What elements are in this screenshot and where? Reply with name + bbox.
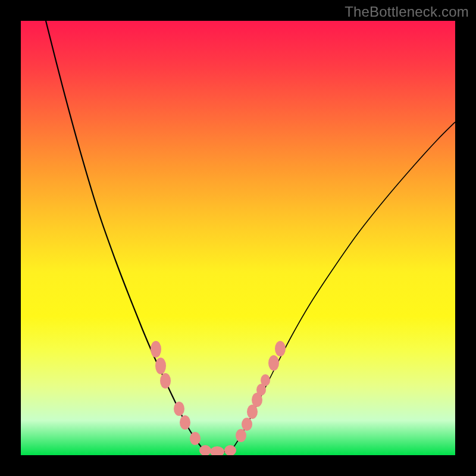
- bottom-markers: [199, 445, 236, 455]
- plot-overlay: [21, 21, 455, 455]
- data-marker: [160, 373, 171, 389]
- data-marker: [180, 415, 190, 430]
- data-marker: [242, 418, 252, 431]
- data-marker: [261, 374, 270, 386]
- left-curve: [46, 21, 206, 452]
- chart-stage: TheBottleneck.com: [0, 0, 476, 476]
- data-marker: [268, 355, 279, 371]
- watermark-label: TheBottleneck.com: [345, 4, 469, 20]
- right-markers: [236, 341, 286, 442]
- right-curve: [230, 122, 455, 452]
- plot-area: [21, 21, 455, 455]
- data-marker: [236, 429, 246, 442]
- data-marker: [275, 341, 286, 356]
- data-marker: [174, 402, 184, 416]
- data-marker: [155, 358, 166, 374]
- data-marker: [151, 341, 161, 358]
- left-markers: [151, 341, 201, 445]
- data-marker: [210, 446, 224, 455]
- data-marker: [190, 432, 201, 445]
